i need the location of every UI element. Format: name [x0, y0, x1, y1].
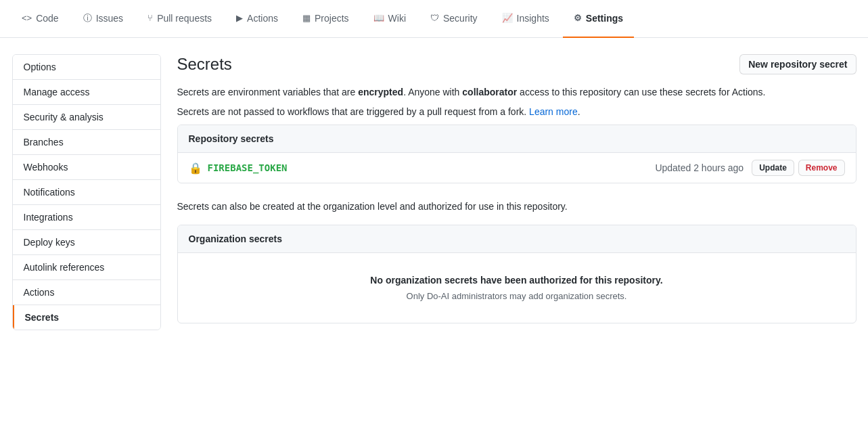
nav-insights[interactable]: 📈 Insights	[491, 0, 560, 38]
nav-issues[interactable]: ⓘ Issues	[72, 0, 134, 38]
description-text-3: access to this repository can use these …	[517, 87, 765, 97]
sidebar: Options Manage access Security & analysi…	[12, 54, 161, 330]
org-secrets-empty-title: No organization secrets have been author…	[189, 275, 845, 286]
description-collaborator: collaborator	[462, 87, 517, 97]
sidebar-item-deploy-keys[interactable]: Deploy keys	[13, 230, 160, 255]
nav-code-label: Code	[36, 13, 58, 24]
org-secrets-description: Secrets can also be created at the organ…	[177, 200, 856, 214]
secrets-description-2: Secrets are not passed to workflows that…	[177, 105, 856, 119]
nav-projects-label: Projects	[315, 13, 349, 24]
nav-code[interactable]: <> Code	[11, 0, 70, 38]
nav-wiki[interactable]: 📖 Wiki	[363, 0, 417, 38]
sidebar-item-autolink-references[interactable]: Autolink references	[13, 255, 160, 280]
learn-more-link[interactable]: Learn more	[529, 106, 578, 117]
org-secrets-empty-state: No organization secrets have been author…	[178, 253, 856, 323]
secret-row: 🔒 FIREBASE_TOKEN Updated 2 hours ago Upd…	[178, 153, 856, 183]
remove-secret-button[interactable]: Remove	[798, 160, 845, 176]
main-layout: Options Manage access Security & analysi…	[1, 38, 867, 356]
nav-wiki-label: Wiki	[388, 13, 406, 24]
code-icon: <>	[22, 13, 32, 23]
sidebar-item-manage-access[interactable]: Manage access	[13, 80, 160, 105]
nav-pull-requests-label: Pull requests	[157, 13, 212, 24]
secret-name: FIREBASE_TOKEN	[208, 162, 288, 173]
new-repository-secret-button[interactable]: New repository secret	[739, 54, 856, 74]
nav-security[interactable]: 🛡 Security	[419, 0, 488, 38]
projects-icon: ▦	[302, 13, 311, 23]
nav-actions[interactable]: ▶ Actions	[225, 0, 289, 38]
main-content: Secrets New repository secret Secrets ar…	[177, 54, 856, 340]
sidebar-item-branches[interactable]: Branches	[13, 130, 160, 155]
sidebar-item-security-analysis[interactable]: Security & analysis	[13, 105, 160, 130]
lock-icon: 🔒	[189, 162, 202, 175]
update-secret-button[interactable]: Update	[752, 160, 794, 176]
secret-updated-meta: Updated 2 hours ago	[655, 162, 744, 173]
page-header: Secrets New repository secret	[177, 54, 856, 74]
description-text-1: Secrets are environment variables that a…	[177, 87, 359, 97]
org-secrets-empty-sub: Only Do-AI administrators may add organi…	[189, 291, 845, 301]
secrets-description-1: Secrets are environment variables that a…	[177, 85, 856, 99]
nav-actions-label: Actions	[247, 13, 278, 24]
sidebar-item-actions[interactable]: Actions	[13, 280, 160, 305]
sidebar-item-webhooks[interactable]: Webhooks	[13, 155, 160, 180]
sidebar-item-secrets[interactable]: Secrets	[13, 305, 160, 330]
nav-projects[interactable]: ▦ Projects	[292, 0, 360, 38]
organization-secrets-section: Organization secrets No organization sec…	[177, 225, 856, 323]
nav-issues-label: Issues	[96, 13, 123, 24]
nav-insights-label: Insights	[517, 13, 549, 24]
actions-icon: ▶	[236, 13, 243, 23]
sidebar-item-options[interactable]: Options	[13, 55, 160, 80]
security-icon: 🛡	[430, 13, 439, 23]
issues-icon: ⓘ	[83, 12, 92, 24]
nav-security-label: Security	[443, 13, 478, 24]
nav-pull-requests[interactable]: ⑂ Pull requests	[137, 0, 223, 38]
sidebar-item-integrations[interactable]: Integrations	[13, 205, 160, 230]
repository-secrets-header: Repository secrets	[178, 125, 856, 153]
insights-icon: 📈	[502, 13, 513, 23]
wiki-icon: 📖	[373, 13, 384, 23]
repository-secrets-section: Repository secrets 🔒 FIREBASE_TOKEN Upda…	[177, 125, 856, 183]
top-navigation: <> Code ⓘ Issues ⑂ Pull requests ▶ Actio…	[0, 0, 868, 38]
description-encrypted: encrypted	[358, 87, 403, 97]
nav-settings[interactable]: ⚙ Settings	[563, 0, 634, 38]
pull-requests-icon: ⑂	[147, 13, 153, 23]
sidebar-item-notifications[interactable]: Notifications	[13, 180, 160, 205]
organization-secrets-header: Organization secrets	[178, 225, 856, 253]
nav-settings-label: Settings	[586, 13, 623, 24]
description-text-2: . Anyone with	[403, 87, 462, 97]
page-title: Secrets	[177, 55, 232, 74]
description-fork-text: Secrets are not passed to workflows that…	[177, 106, 527, 117]
settings-icon: ⚙	[574, 13, 582, 23]
